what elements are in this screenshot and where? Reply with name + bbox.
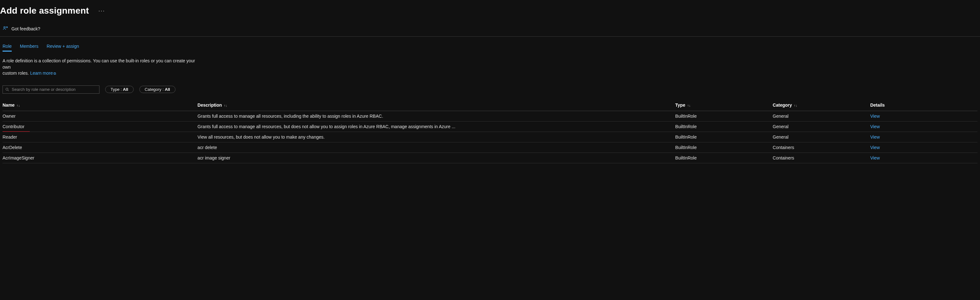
description-line2-prefix: custom roles. [3, 71, 30, 76]
filter-row: Type : All Category : All [0, 76, 980, 94]
role-details-cell: View [870, 142, 977, 152]
view-link[interactable]: View [870, 145, 880, 150]
description-line1: A role definition is a collection of per… [3, 58, 195, 70]
feedback-label: Got feedback? [11, 26, 40, 31]
description-block: A role definition is a collection of per… [0, 52, 203, 76]
col-category[interactable]: Category↑↓ [773, 99, 870, 111]
col-details: Details [870, 99, 977, 111]
role-description-cell: acr image signer [198, 152, 675, 163]
search-wrap [3, 86, 99, 94]
tab-members[interactable]: Members [20, 44, 38, 52]
search-icon [5, 87, 10, 92]
sort-icon: ↑↓ [794, 103, 797, 107]
col-description[interactable]: Description↑↓ [198, 99, 675, 111]
svg-point-1 [6, 88, 8, 90]
role-type-cell: BuiltInRole [675, 142, 773, 152]
role-name-cell: Owner [3, 111, 198, 121]
role-details-cell: View [870, 152, 977, 163]
feedback-bar[interactable]: Got feedback? [0, 22, 980, 37]
roles-table: Name↑↓ Description↑↓ Type↑↓ Category↑↓ D… [3, 99, 977, 163]
role-category-cell: Containers [773, 152, 870, 163]
role-category-cell: General [773, 111, 870, 121]
role-details-cell: View [870, 132, 977, 142]
role-category-cell: General [773, 121, 870, 132]
col-name[interactable]: Name↑↓ [3, 99, 198, 111]
table-row[interactable]: OwnerGrants full access to manage all re… [3, 111, 977, 121]
col-type[interactable]: Type↑↓ [675, 99, 773, 111]
view-link[interactable]: View [870, 114, 880, 119]
tab-review-assign[interactable]: Review + assign [46, 44, 79, 52]
role-type-cell: BuiltInRole [675, 111, 773, 121]
sort-icon: ↑↓ [16, 103, 20, 107]
page-header: Add role assignment ··· [0, 0, 980, 22]
table-header-row: Name↑↓ Description↑↓ Type↑↓ Category↑↓ D… [3, 99, 977, 111]
role-details-cell: View [870, 111, 977, 121]
table-row[interactable]: AcrDeleteacr deleteBuiltInRoleContainers… [3, 142, 977, 152]
role-category-cell: General [773, 132, 870, 142]
page-title: Add role assignment [0, 6, 89, 16]
table-row[interactable]: ReaderView all resources, but does not a… [3, 132, 977, 142]
role-name-cell: Contributor [3, 121, 198, 132]
role-details-cell: View [870, 121, 977, 132]
svg-line-2 [8, 90, 9, 91]
role-name-cell: Reader [3, 132, 198, 142]
role-name-cell: AcrImageSigner [3, 152, 198, 163]
role-description-cell: acr delete [198, 142, 675, 152]
table-row[interactable]: ContributorGrants full access to manage … [3, 121, 977, 132]
tabs: Role Members Review + assign [0, 37, 980, 52]
table-row[interactable]: AcrImageSigneracr image signerBuiltInRol… [3, 152, 977, 163]
role-name-cell: AcrDelete [3, 142, 198, 152]
view-link[interactable]: View [870, 124, 880, 129]
type-filter-pill[interactable]: Type : All [105, 86, 134, 93]
role-description-cell: View all resources, but does not allow y… [198, 132, 675, 142]
role-description-cell: Grants full access to manage all resourc… [198, 121, 675, 132]
roles-table-wrap: Name↑↓ Description↑↓ Type↑↓ Category↑↓ D… [0, 94, 980, 163]
role-type-cell: BuiltInRole [675, 132, 773, 142]
view-link[interactable]: View [870, 135, 880, 140]
external-link-icon: ⧉ [54, 71, 56, 75]
tab-role[interactable]: Role [3, 44, 12, 52]
role-description-cell: Grants full access to manage all resourc… [198, 111, 675, 121]
view-link[interactable]: View [870, 156, 880, 160]
sort-icon: ↑↓ [687, 103, 690, 107]
role-type-cell: BuiltInRole [675, 152, 773, 163]
sort-icon: ↑↓ [224, 103, 228, 107]
learn-more-link[interactable]: Learn more⧉ [30, 71, 56, 76]
role-type-cell: BuiltInRole [675, 121, 773, 132]
svg-point-0 [4, 27, 5, 28]
search-input[interactable] [3, 86, 99, 94]
role-category-cell: Containers [773, 142, 870, 152]
category-filter-pill[interactable]: Category : All [139, 86, 175, 93]
more-actions-button[interactable]: ··· [99, 8, 105, 14]
feedback-icon [3, 25, 8, 32]
